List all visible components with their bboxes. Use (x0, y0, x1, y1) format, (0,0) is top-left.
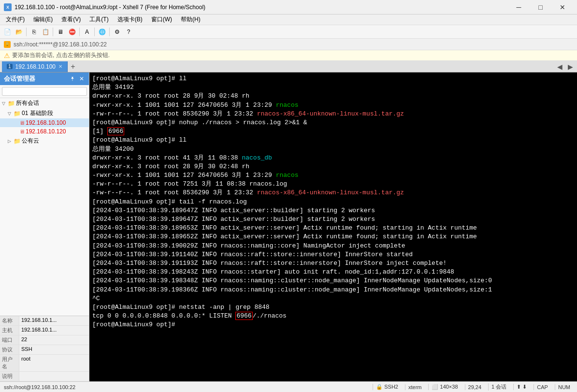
tree-item-100[interactable]: 🖥 192.168.10.100 (0, 118, 89, 127)
status-bar: ssh://root@192.168.10.100:22 🔒 SSH2 xter… (0, 381, 577, 392)
tree-expand-icon-01: ▽ (8, 111, 13, 116)
tree-label-01: 01 基础阶段 (22, 109, 53, 117)
server-icon-100: 🖥 (19, 120, 25, 126)
content-wrapper: 会话管理器 🖈 ✕ ▽ 📁 所有会话 ▽ 📁 (0, 73, 577, 381)
term-line: 总用量 34192 (92, 83, 574, 92)
status-dimensions: ⬜ 140×38 (428, 384, 461, 390)
up-arrow-icon: ⬆ (517, 384, 521, 390)
tree-label-100: 192.168.10.100 (26, 119, 66, 126)
info-label-note: 说明 (0, 372, 19, 381)
tree-label-120: 192.168.10.120 (26, 128, 66, 135)
term-line: [2024-03-11T00:38:39.198243Z INFO rnacos… (92, 268, 574, 276)
folder-icon-cloud: 📁 (14, 138, 21, 145)
sidebar-controls: 🖈 ✕ (69, 75, 85, 82)
status-cursor: 29,24 (465, 384, 485, 390)
term-line: [2024-03-11T00:38:39.189647Z INFO actix_… (92, 215, 574, 224)
toolbar-connect[interactable]: 🖥 (55, 27, 66, 37)
menu-item-w[interactable]: 窗口(W) (147, 15, 176, 25)
term-line: [2024-03-11T00:38:39.191193Z INFO rnacos… (92, 259, 574, 268)
toolbar-settings[interactable]: ⚙ (112, 27, 122, 37)
term-line: [root@AlmaLinux9 opt]# ll (92, 136, 574, 145)
term-line: [2024-03-11T00:38:39.190029Z INFO rnacos… (92, 242, 574, 250)
menu-item-t[interactable]: 工具(T) (86, 15, 112, 25)
sidebar: 会话管理器 🖈 ✕ ▽ 📁 所有会话 ▽ 📁 (0, 73, 89, 381)
status-session-text: ssh://root@192.168.10.100:22 (4, 384, 75, 390)
status-num: NUM (555, 384, 573, 390)
terminal[interactable]: [root@AlmaLinux9 opt]# ll 总用量 34192 drwx… (89, 73, 577, 381)
title-bar: X 192.168.10.100 - root@AlmaLinux9:/opt … (0, 0, 577, 15)
folder-icon-01: 📁 (14, 110, 21, 117)
term-line: [2024-03-11T00:38:39.189647Z INFO actix_… (92, 206, 574, 215)
info-bar: ⚠ 要添加当前会话, 点击左侧的箭头按钮. (0, 50, 577, 61)
term-line: [2024-03-11T00:38:39.198366Z INFO rnacos… (92, 286, 574, 294)
toolbar-sep-3 (79, 28, 80, 36)
toolbar-font[interactable]: A (82, 27, 92, 37)
sidebar-header: 会话管理器 🖈 ✕ (0, 73, 89, 85)
toolbar-paste[interactable]: 📋 (40, 27, 51, 37)
toolbar-copy[interactable]: ⎘ (29, 27, 39, 37)
toolbar-globe[interactable]: 🌐 (97, 27, 107, 37)
info-row-protocol: 协议 SSH (0, 345, 89, 355)
status-protocol: 🔒 SSH2 (373, 384, 401, 390)
tab-label: 192.168.10.100 (15, 63, 56, 70)
term-line: drwxr-xr-x. 3 root root 28 9月 30 02:48 r… (92, 92, 574, 101)
info-row-note: 说明 (0, 372, 89, 381)
info-value-port: 22 (19, 335, 29, 345)
term-line: -rwxr-xr-x. 1 1001 1001 127 26470656 3月 … (92, 101, 574, 110)
menu-item-f[interactable]: 文件(F) (2, 15, 29, 25)
num-text: NUM (558, 384, 570, 390)
info-value-name: 192.168.10.1... (19, 316, 58, 325)
sidebar-title: 会话管理器 (4, 74, 35, 83)
menu-item-h[interactable]: 帮助(H) (177, 15, 204, 25)
menu-bar: 文件(F)编辑(E)查看(V)工具(T)选项卡(B)窗口(W)帮助(H) (0, 15, 577, 25)
toolbar-open[interactable]: 📂 (14, 27, 24, 37)
info-row-host: 主机 192.168.10.1... (0, 326, 89, 335)
tab-item[interactable]: 1 192.168.10.100 ✕ (2, 61, 68, 72)
toolbar-new[interactable]: 📄 (2, 27, 13, 37)
session-info: 名称 192.168.10.1... 主机 192.168.10.1... 端口… (0, 316, 89, 381)
tab-prev-button[interactable]: ◀ (555, 62, 564, 72)
info-label-protocol: 协议 (0, 345, 19, 354)
sidebar-close-button[interactable]: ✕ (78, 75, 85, 82)
term-line: [root@AlmaLinux9 opt]# tail -f rnacos.lo… (92, 198, 574, 206)
tree-item-cloud[interactable]: ▷ 📁 公有云 (0, 136, 89, 146)
menu-item-v[interactable]: 查看(V) (58, 15, 85, 25)
down-arrow-icon: ⬇ (522, 384, 527, 390)
tree-label-cloud: 公有云 (22, 137, 39, 145)
status-session-path: ssh://root@192.168.10.100:22 (4, 384, 369, 390)
menu-item-b[interactable]: 选项卡(B) (114, 15, 146, 25)
tree-item-01[interactable]: ▽ 📁 01 基础阶段 (0, 108, 89, 118)
tree-expand-icon-cloud: ▷ (8, 139, 13, 144)
window-controls: ─ □ ✕ (508, 0, 573, 15)
minimize-button[interactable]: ─ (508, 0, 530, 15)
term-line: [root@AlmaLinux9 opt]# nohup ./rnacos > … (92, 118, 574, 127)
status-dim-text: 140×38 (440, 384, 458, 390)
tab-close-button[interactable]: ✕ (58, 64, 62, 69)
folder-icon: 📁 (8, 100, 15, 107)
info-value-protocol: SSH (19, 345, 34, 354)
term-line-cursor: [root@AlmaLinux9 opt]# (92, 320, 574, 329)
term-line: -rw-r--r--. 1 root root 8536290 3月 1 23:… (92, 110, 574, 118)
toolbar-sep-1 (26, 28, 27, 36)
tab-next-button[interactable]: ▶ (565, 62, 575, 72)
sidebar-search-input[interactable] (2, 87, 87, 96)
term-line: drwxr-xr-x. 3 root root 28 9月 30 02:48 r… (92, 162, 574, 171)
toolbar-help[interactable]: ? (123, 27, 134, 37)
term-line: [root@AlmaLinux9 opt]# netstat -anp | gr… (92, 303, 574, 312)
toolbar-sep-2 (53, 28, 53, 36)
toolbar-disconnect[interactable]: ⛔ (67, 27, 77, 37)
menu-item-e[interactable]: 编辑(E) (29, 15, 57, 25)
tree-item-120[interactable]: 🖥 192.168.10.120 (0, 127, 89, 136)
tree-item-all-sessions[interactable]: ▽ 📁 所有会话 (0, 98, 89, 108)
term-line: drwxr-xr-x. 3 root root 41 3月 11 08:38 n… (92, 154, 574, 162)
info-value-host: 192.168.10.1... (19, 326, 58, 335)
sidebar-search (0, 85, 89, 98)
term-line: [2024-03-11T00:38:39.189652Z INFO actix_… (92, 232, 574, 241)
close-button[interactable]: ✕ (551, 0, 573, 15)
maximize-button[interactable]: □ (530, 0, 551, 15)
info-text: 要添加当前会话, 点击左侧的箭头按钮. (12, 51, 110, 59)
sidebar-pin-button[interactable]: 🖈 (69, 75, 76, 82)
tab-add-button[interactable]: + (68, 61, 78, 72)
status-cursor-pos: 29,24 (468, 384, 482, 390)
tab-number: 1 (7, 64, 13, 69)
